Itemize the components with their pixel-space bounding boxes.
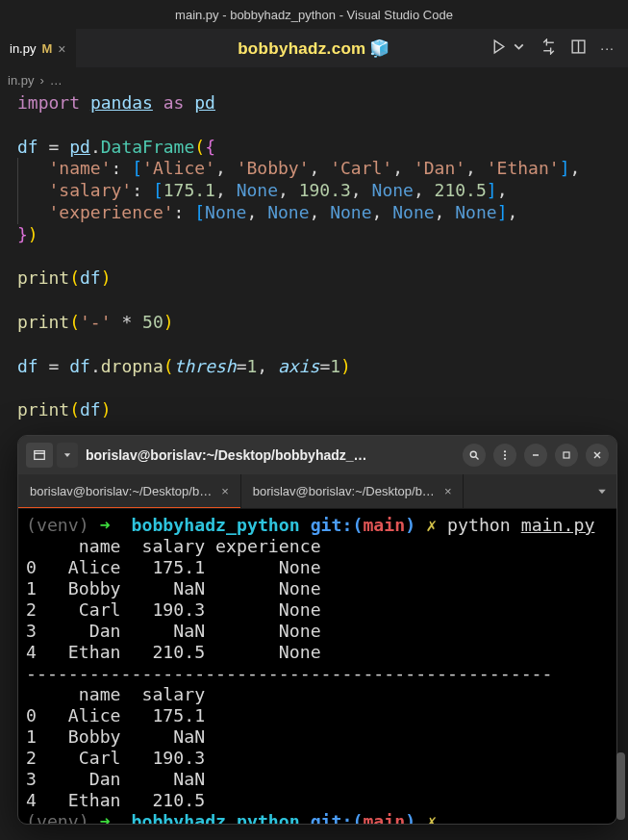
terminal-tabs: borislav@borislav:~/Desktop/b… × borisla…	[18, 474, 616, 509]
split-editor-icon[interactable]	[570, 38, 587, 58]
maximize-icon[interactable]	[555, 444, 578, 467]
more-icon[interactable]: ···	[600, 40, 615, 56]
minimize-icon[interactable]	[524, 444, 547, 467]
search-icon[interactable]	[463, 444, 486, 467]
svg-point-12	[504, 458, 506, 460]
terminal-tab-label: borislav@borislav:~/Desktop/b…	[30, 484, 212, 498]
terminal-dropdown-button[interactable]	[57, 443, 78, 468]
breadcrumb-sep: ›	[39, 73, 43, 88]
close-icon[interactable]	[586, 444, 609, 467]
chevron-down-icon[interactable]	[588, 486, 616, 497]
svg-point-10	[504, 450, 506, 452]
terminal-titlebar[interactable]: borislav@borislav:~/Desktop/bobbyhadz_…	[18, 436, 616, 474]
window-titlebar: main.py - bobbyhadz_python - Visual Stud…	[0, 0, 628, 29]
brand-label: bobbyhadz.com🧊	[238, 39, 390, 58]
terminal-tab-label: borislav@borislav:~/Desktop/b…	[253, 484, 435, 498]
svg-point-8	[470, 451, 476, 457]
svg-marker-0	[495, 40, 505, 53]
new-tab-button[interactable]	[26, 443, 53, 468]
breadcrumb[interactable]: in.py › …	[0, 67, 628, 92]
svg-rect-14	[564, 452, 569, 458]
svg-marker-17	[598, 489, 606, 494]
tab-filename: in.py	[10, 41, 36, 56]
chevron-down-icon[interactable]	[511, 38, 527, 58]
editor-tab-main[interactable]: in.py M ×	[0, 29, 76, 67]
svg-point-11	[504, 454, 506, 456]
run-icon[interactable]	[490, 38, 507, 58]
terminal-window: borislav@borislav:~/Desktop/bobbyhadz_… …	[17, 435, 617, 825]
svg-marker-7	[64, 453, 70, 457]
compare-icon[interactable]	[540, 38, 557, 58]
menu-icon[interactable]	[493, 444, 516, 467]
terminal-output[interactable]: (venv) ➜ bobbyhadz_python git:(main) ✗ p…	[18, 509, 616, 824]
terminal-tab-1[interactable]: borislav@borislav:~/Desktop/b… ×	[18, 474, 241, 508]
editor-tabrow: in.py M × bobbyhadz.com🧊 ···	[0, 29, 628, 67]
close-icon[interactable]: ×	[444, 484, 452, 498]
breadcrumb-more: …	[50, 73, 63, 88]
breadcrumb-file: in.py	[8, 73, 34, 88]
svg-line-9	[476, 457, 479, 460]
window-title: main.py - bobbyhadz_python - Visual Stud…	[175, 8, 453, 22]
terminal-tab-2[interactable]: borislav@borislav:~/Desktop/b… ×	[241, 474, 465, 508]
close-icon[interactable]: ×	[221, 484, 229, 498]
terminal-title: borislav@borislav:~/Desktop/bobbyhadz_…	[86, 447, 455, 463]
cube-icon: 🧊	[369, 39, 389, 58]
svg-rect-5	[35, 451, 45, 460]
code-editor[interactable]: import pandas as pd df = pd.DataFrame({ …	[0, 92, 628, 421]
tab-modified-indicator: M	[41, 41, 52, 56]
scrollbar-thumb[interactable]	[616, 752, 625, 820]
close-icon[interactable]: ×	[58, 41, 65, 57]
